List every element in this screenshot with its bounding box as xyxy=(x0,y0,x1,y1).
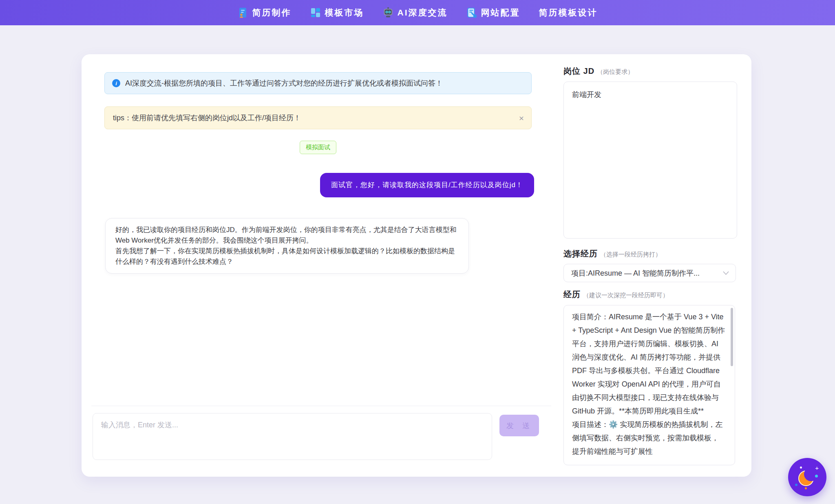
scrollbar-thumb[interactable] xyxy=(731,308,733,366)
moon-icon: + xyxy=(797,467,817,487)
experience-label: 经历 （建议一次深挖一段经历即可） xyxy=(563,289,669,300)
nav-item-label: 网站配置 xyxy=(481,7,520,18)
nav-item-template-market[interactable]: 模板市场 xyxy=(310,7,364,18)
nav-item-site-config[interactable]: 网站配置 xyxy=(466,7,520,18)
top-navbar: 简历制作 模板市场 AI深度交流 网站配置 简历模板设计 xyxy=(0,0,835,25)
info-banner: i AI深度交流-根据您所填的项目、工作等通过问答方式对您的经历进行扩展优化或者… xyxy=(104,72,532,94)
experience-hint: （建议一次深挖一段经历即可） xyxy=(583,292,669,299)
theme-toggle-button[interactable]: + xyxy=(788,458,826,496)
tips-banner-text: tips：使用前请优先填写右侧的岗位jd以及工作/项目经历！ xyxy=(113,113,301,123)
resume-icon xyxy=(238,7,248,18)
user-message-bubble: 面试官，您好，请读取我的这段项目/工作经历以及岗位jd！ xyxy=(320,173,534,197)
nav-item-label: AI深度交流 xyxy=(398,7,448,18)
experience-text: 项目简介：AIResume 是一个基于 Vue 3 + Vite + TypeS… xyxy=(564,305,735,458)
experience-select-hint: （选择一段经历拷打） xyxy=(600,251,661,259)
ai-message-bubble: 好的，我已读取你的项目经历和岗位JD。作为前端开发岗位，你的项目非常有亮点，尤其… xyxy=(105,218,469,274)
message-input[interactable] xyxy=(93,413,492,460)
close-icon[interactable]: × xyxy=(519,114,524,122)
experience-title: 经历 xyxy=(563,289,581,300)
nav-item-template-design[interactable]: 简历模板设计 xyxy=(539,7,598,18)
robot-icon xyxy=(383,7,393,18)
input-divider xyxy=(91,406,551,406)
info-banner-text: AI深度交流-根据您所填的项目、工作等通过问答方式对您的经历进行扩展优化或者模拟… xyxy=(125,78,443,88)
mode-badge: 模拟面试 xyxy=(300,141,336,154)
nav-item-ai-chat[interactable]: AI深度交流 xyxy=(383,7,448,18)
experience-select-title: 选择经历 xyxy=(563,248,598,259)
jd-hint: （岗位要求） xyxy=(597,68,634,76)
nav-item-resume-builder[interactable]: 简历制作 xyxy=(238,7,292,18)
jd-title: 岗位 JD xyxy=(563,66,594,77)
nav-item-label: 简历模板设计 xyxy=(539,7,598,18)
main-card: i AI深度交流-根据您所填的项目、工作等通过问答方式对您的经历进行扩展优化或者… xyxy=(82,54,751,477)
experience-select-value: 项目:AIResume — AI 智能简历制作平... xyxy=(571,268,700,278)
badge-row: 模拟面试 xyxy=(104,141,532,154)
nav-item-label: 模板市场 xyxy=(325,7,364,18)
app-screen: 简历制作 模板市场 AI深度交流 网站配置 简历模板设计 i xyxy=(0,0,835,504)
tips-banner: tips：使用前请优先填写右侧的岗位jd以及工作/项目经历！ × xyxy=(104,106,532,129)
send-button[interactable]: 发 送 xyxy=(499,415,539,436)
experience-textarea[interactable]: 项目简介：AIResume 是一个基于 Vue 3 + Vite + TypeS… xyxy=(563,305,735,465)
site-config-icon xyxy=(466,7,477,18)
jd-textarea[interactable]: 前端开发 xyxy=(563,82,737,239)
experience-select-label: 选择经历 （选择一段经历拷打） xyxy=(563,248,661,259)
jd-label: 岗位 JD （岗位要求） xyxy=(563,66,634,77)
info-icon: i xyxy=(112,79,120,87)
experience-select[interactable]: 项目:AIResume — AI 智能简历制作平... xyxy=(563,264,736,282)
template-icon xyxy=(310,7,321,18)
nav-item-label: 简历制作 xyxy=(252,7,292,18)
chevron-down-icon xyxy=(723,271,729,275)
